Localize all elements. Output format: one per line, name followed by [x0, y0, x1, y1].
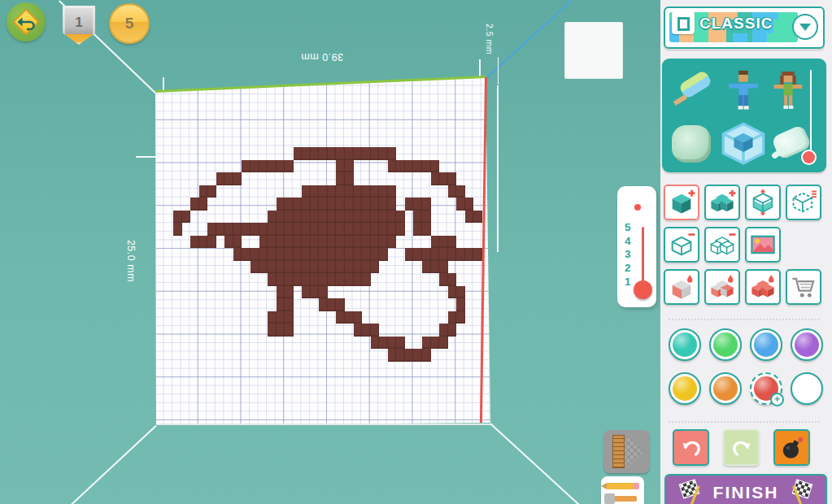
voxel-cell[interactable] — [294, 273, 303, 286]
voxel-cell[interactable] — [345, 198, 354, 211]
voxel-cell[interactable] — [422, 261, 431, 274]
voxel-cell[interactable] — [319, 185, 328, 198]
voxel-cell[interactable] — [448, 172, 457, 185]
voxel-cell[interactable] — [277, 273, 285, 286]
voxel-cell[interactable] — [473, 211, 482, 224]
voxel-cell[interactable] — [311, 198, 320, 211]
theme-selector[interactable]: CLASSIC — [664, 7, 825, 49]
voxel-cell[interactable] — [431, 236, 440, 249]
voxel-cell[interactable] — [413, 223, 422, 236]
voxel-cell[interactable] — [388, 185, 397, 198]
redo-button[interactable] — [723, 429, 760, 466]
voxel-cell[interactable] — [199, 198, 208, 211]
voxel-cell[interactable] — [439, 273, 448, 286]
voxel-cell[interactable] — [422, 337, 431, 350]
voxel-cell[interactable] — [371, 236, 380, 249]
voxel-cell[interactable] — [277, 211, 285, 224]
voxel-cell[interactable] — [336, 160, 345, 173]
voxel-cell[interactable] — [224, 172, 233, 185]
remove-multi-tool[interactable] — [704, 227, 740, 263]
canvas-grid[interactable] — [155, 76, 493, 428]
voxel-cell[interactable] — [345, 223, 354, 236]
voxel-cell[interactable] — [371, 198, 380, 211]
paint-all-tool[interactable] — [745, 269, 781, 305]
voxel-cell[interactable] — [285, 261, 294, 274]
voxel-cell[interactable] — [242, 223, 250, 236]
voxel-cell[interactable] — [302, 286, 311, 299]
model-thumbnail-cube-frame[interactable] — [721, 122, 766, 169]
dimensions-toggle-button[interactable] — [603, 430, 650, 473]
voxel-cell[interactable] — [439, 337, 448, 350]
voxel-cell[interactable] — [413, 248, 422, 261]
theme-dropdown-button[interactable] — [792, 14, 818, 40]
voxel-cell[interactable] — [259, 248, 268, 261]
voxel-cell[interactable] — [311, 236, 320, 249]
slider-number[interactable]: 2 — [625, 263, 631, 274]
clear-all-button[interactable] — [773, 429, 810, 466]
voxel-cell[interactable] — [388, 349, 397, 362]
finish-button[interactable]: FINISH — [664, 474, 827, 504]
model-thumbnail-boy-figure[interactable] — [725, 68, 761, 114]
voxel-cell[interactable] — [319, 286, 328, 299]
voxel-cell[interactable] — [268, 248, 277, 261]
voxel-cell[interactable] — [336, 147, 345, 160]
voxel-cell[interactable] — [422, 211, 431, 224]
voxel-cell[interactable] — [268, 324, 277, 337]
voxel-cell[interactable] — [362, 248, 371, 261]
undo-button[interactable] — [673, 429, 709, 466]
voxel-cell[interactable] — [311, 185, 320, 198]
voxel-cell[interactable] — [345, 311, 354, 324]
voxel-cell[interactable] — [422, 223, 431, 236]
voxel-cell[interactable] — [413, 160, 422, 173]
voxel-cell[interactable] — [379, 185, 388, 198]
voxel-cell[interactable] — [242, 160, 250, 173]
voxel-cell[interactable] — [345, 160, 354, 173]
shop-tool[interactable] — [786, 269, 821, 305]
voxel-cell[interactable] — [456, 198, 465, 211]
paint-cube-tool[interactable] — [664, 269, 699, 305]
voxel-cell[interactable] — [362, 147, 371, 160]
voxel-cell[interactable] — [345, 185, 354, 198]
voxel-cell[interactable] — [207, 185, 216, 198]
voxel-cell[interactable] — [311, 273, 320, 286]
voxel-cell[interactable] — [379, 211, 388, 224]
voxel-cell[interactable] — [277, 261, 285, 274]
voxel-cell[interactable] — [336, 298, 345, 311]
voxel-cell[interactable] — [277, 248, 285, 261]
voxel-cell[interactable] — [216, 172, 225, 185]
voxel-cell[interactable] — [207, 223, 216, 236]
color-swatch-green[interactable] — [709, 328, 742, 361]
image-import-tool[interactable] — [745, 227, 781, 263]
voxel-cell[interactable] — [473, 248, 482, 261]
voxel-cell[interactable] — [354, 211, 363, 224]
slider-number[interactable]: 5 — [625, 222, 631, 233]
voxel-cell[interactable] — [277, 311, 285, 324]
voxel-cell[interactable] — [413, 349, 422, 362]
voxel-cell[interactable] — [242, 248, 250, 261]
voxel-cell[interactable] — [302, 185, 311, 198]
voxel-cell[interactable] — [311, 223, 320, 236]
voxel-cell[interactable] — [285, 298, 294, 311]
voxel-cell[interactable] — [371, 261, 380, 274]
voxel-cell[interactable] — [405, 198, 414, 211]
voxel-cell[interactable] — [439, 172, 448, 185]
voxel-cell[interactable] — [354, 324, 363, 337]
voxel-cell[interactable] — [465, 211, 474, 224]
voxel-cell[interactable] — [354, 261, 363, 274]
voxel-cell[interactable] — [439, 324, 448, 337]
voxel-cell[interactable] — [294, 198, 303, 211]
voxel-cell[interactable] — [285, 160, 294, 173]
voxel-cell[interactable] — [259, 223, 268, 236]
voxel-cell[interactable] — [362, 324, 371, 337]
voxel-cell[interactable] — [302, 236, 311, 249]
voxel-cell[interactable] — [456, 298, 465, 311]
color-swatch-yellow[interactable] — [669, 372, 701, 405]
voxel-cell[interactable] — [388, 236, 397, 249]
voxel-cell[interactable] — [182, 211, 191, 224]
voxel-cell[interactable] — [448, 311, 457, 324]
voxel-cell[interactable] — [388, 223, 397, 236]
voxel-cell[interactable] — [422, 349, 431, 362]
voxel-cell[interactable] — [328, 211, 337, 224]
voxel-cell[interactable] — [456, 248, 465, 261]
voxel-cell[interactable] — [173, 223, 182, 236]
